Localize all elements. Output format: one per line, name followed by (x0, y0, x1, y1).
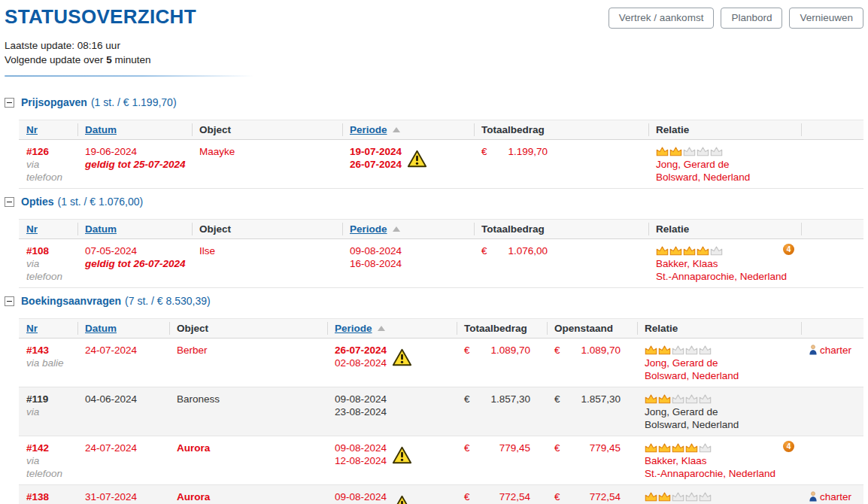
column-header-totaalbedrag: Totaalbedrag (481, 124, 545, 135)
date: 19-06-2024 (85, 145, 187, 158)
person-icon (809, 345, 818, 355)
warning-icon (392, 446, 412, 464)
total-amount: 772,54 (499, 490, 530, 503)
currency-symbol: € (464, 393, 470, 405)
period-from: 09-08-2024 (335, 393, 387, 405)
column-header-totaalbedrag: Totaalbedrag (464, 323, 527, 334)
period-to: 02-08-2024 (335, 357, 387, 369)
table-row[interactable]: #142via telefoon 24-07-2024 Aurora 09-08… (19, 436, 863, 485)
relation-place: St.-Annaparochie, Nederland (656, 270, 797, 283)
booking-number: #108 (26, 244, 73, 257)
boekingsaanvragen-table: Nr Datum Object Periode Totaalbedrag Ope… (19, 318, 863, 504)
column-header-periode[interactable]: Periode (350, 124, 387, 135)
table-header-row: Nr Datum Object Periode Totaalbedrag Ope… (19, 319, 863, 339)
relation-place: Bolsward, Nederland (645, 418, 797, 431)
section-opties: Opties (1 st. / € 1.076,00) Nr Datum Obj… (5, 196, 863, 288)
relation-place: St.-Annaparochie, Nederland (645, 467, 797, 480)
table-row[interactable]: #126via telefoon 19-06-2024geldig tot 25… (19, 140, 863, 189)
crown-rating (656, 146, 797, 157)
crown-rating (645, 393, 797, 405)
open-amount: 1.857,30 (581, 393, 621, 405)
date: 31-07-2024 (85, 490, 165, 503)
collapse-icon[interactable] (5, 98, 14, 108)
total-amount: 1.199,70 (508, 145, 548, 158)
page-title: STATUSOVERZICHT (5, 6, 196, 27)
currency-symbol: € (554, 393, 560, 405)
prijsopgaven-table: Nr Datum Object Periode Totaalbedrag Rel… (19, 120, 863, 189)
column-header-datum[interactable]: Datum (85, 323, 117, 334)
via-channel: via balie (26, 357, 73, 369)
warning-icon (392, 348, 412, 366)
relation-name: Bakker, Klaas (645, 454, 797, 467)
divider-line (5, 75, 254, 77)
date: 24-07-2024 (85, 344, 165, 357)
update-info: Laatste update: 08:16 uur Volgende updat… (5, 38, 863, 67)
object-name: Aurora (177, 491, 210, 502)
currency-symbol: € (554, 344, 560, 357)
column-header-object: Object (199, 124, 231, 135)
next-update-minutes: 5 (106, 54, 112, 65)
toolbar: Vertrek / aankomst Planbord Vernieuwen (609, 6, 863, 29)
refresh-button[interactable]: Vernieuwen (789, 8, 863, 29)
currency-symbol: € (554, 490, 560, 503)
table-row[interactable]: #119via 04-06-2024 Baroness 09-08-202423… (19, 387, 863, 436)
collapse-icon[interactable] (5, 296, 14, 306)
currency-symbol: € (464, 442, 470, 454)
date: 04-06-2024 (85, 393, 165, 405)
booking-number: #142 (26, 442, 73, 454)
booking-number: #143 (26, 344, 73, 357)
crown-rating (645, 442, 797, 454)
column-header-relatie: Relatie (656, 124, 689, 135)
table-row[interactable]: #108via telefoon 07-05-2024geldig tot 26… (19, 239, 863, 288)
collapse-icon[interactable] (5, 197, 14, 207)
booking-number: #126 (26, 145, 73, 158)
charter-label: charter (809, 490, 859, 503)
sort-asc-icon (393, 226, 400, 232)
column-header-nr[interactable]: Nr (26, 323, 38, 334)
section-summary: (1 st. / € 1.076,00) (58, 196, 144, 208)
booking-number: #138 (26, 490, 73, 503)
column-header-nr[interactable]: Nr (26, 124, 38, 135)
section-title: Opties (21, 196, 54, 208)
total-amount: 1.857,30 (490, 393, 530, 405)
status-overview-page: STATUSOVERZICHT Vertrek / aankomst Planb… (0, 0, 868, 504)
planboard-button[interactable]: Planbord (721, 8, 782, 29)
column-header-nr[interactable]: Nr (26, 223, 38, 235)
section-header: Prijsopgaven (1 st. / € 1.199,70) (5, 96, 863, 108)
column-header-datum[interactable]: Datum (85, 223, 117, 235)
currency-symbol: € (554, 442, 560, 454)
currency-symbol: € (481, 145, 487, 158)
sort-asc-icon (378, 326, 385, 331)
relation-name: Jong, Gerard de (656, 158, 797, 171)
section-prijsopgaven: Prijsopgaven (1 st. / € 1.199,70) Nr Dat… (5, 96, 863, 189)
table-header-row: Nr Datum Object Periode Totaalbedrag Rel… (19, 120, 863, 140)
valid-until-note: geldig tot 26-07-2024 (85, 257, 187, 270)
section-title: Boekingsaanvragen (21, 295, 121, 307)
period-to: 12-08-2024 (335, 454, 387, 467)
total-amount: 779,45 (499, 442, 530, 454)
total-amount: 1.089,70 (490, 344, 530, 357)
table-row[interactable]: #143via balie 24-07-2024 Berber 26-07-20… (19, 339, 863, 387)
period-to: 26-07-2024 (350, 158, 402, 171)
section-summary: (7 st. / € 8.530,39) (125, 295, 211, 307)
section-boekingsaanvragen: Boekingsaanvragen (7 st. / € 8.530,39) N… (5, 295, 863, 504)
via-channel: via (26, 405, 73, 418)
departure-arrival-button[interactable]: Vertrek / aankomst (609, 8, 715, 29)
object-name: Maayke (199, 146, 235, 157)
relation-place: Bolsward, Nederland (645, 369, 797, 382)
period-from: 09-08-2024 (350, 244, 402, 257)
column-header-periode[interactable]: Periode (350, 223, 387, 235)
warning-icon (407, 150, 427, 168)
next-update-text: Volgende update over 5 minuten (5, 53, 863, 67)
column-header-periode[interactable]: Periode (335, 323, 372, 334)
relation-name: Bakker, Klaas (656, 257, 797, 270)
valid-until-note: geldig tot 25-07-2024 (85, 158, 187, 171)
column-header-object: Object (177, 323, 208, 334)
column-header-datum[interactable]: Datum (85, 124, 117, 135)
period-to: 23-08-2024 (335, 405, 387, 418)
table-row[interactable]: #138via telefoon 31-07-2024 Aurora 09-08… (19, 485, 863, 504)
date: 24-07-2024 (85, 442, 165, 454)
booking-number: #119 (26, 393, 73, 405)
period-to: 16-08-2024 (350, 257, 402, 270)
period-from: 09-08-2024 (335, 442, 387, 454)
